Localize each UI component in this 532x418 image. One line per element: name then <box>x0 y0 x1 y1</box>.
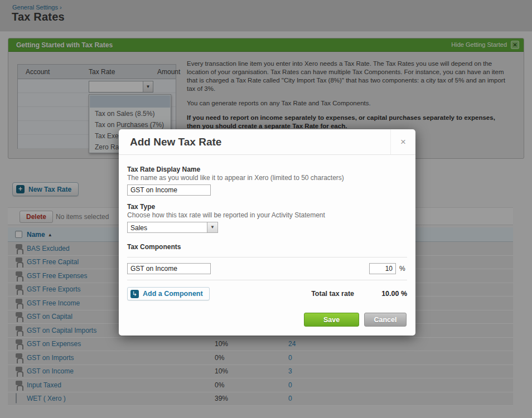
component-row: % <box>127 257 407 280</box>
component-rate-input[interactable] <box>369 263 396 274</box>
close-icon[interactable]: × <box>390 129 415 154</box>
display-name-input[interactable] <box>127 184 211 196</box>
add-component-button[interactable]: ↳ Add a Component <box>127 287 210 300</box>
modal-header: Add New Tax Rate × <box>119 129 415 155</box>
tax-type-label: Tax Type <box>127 203 407 211</box>
modal-body: Tax Rate Display Name The name as you wo… <box>119 155 415 336</box>
save-button[interactable]: Save <box>304 313 359 327</box>
component-name-input[interactable] <box>127 263 211 274</box>
modal-actions: Save Cancel <box>304 313 407 327</box>
page: General Settings › Tax Rates Getting Sta… <box>0 0 532 418</box>
display-name-label: Tax Rate Display Name <box>127 166 407 174</box>
tax-type-select[interactable]: Sales ▼ <box>127 222 218 233</box>
chevron-down-icon: ▼ <box>207 222 217 232</box>
component-total-row: ↳ Add a Component Total tax rate 10.00 % <box>127 287 407 300</box>
tax-type-value: Sales <box>128 222 207 232</box>
modal-title: Add New Tax Rate <box>130 136 221 148</box>
add-component-label: Add a Component <box>143 290 203 298</box>
add-component-icon: ↳ <box>130 290 139 298</box>
percent-sign: % <box>399 265 407 273</box>
display-name-helper: The name as you would like it to appear … <box>127 174 407 182</box>
total-tax-rate-value: 10.00 % <box>354 290 407 298</box>
cancel-button[interactable]: Cancel <box>364 313 407 327</box>
add-new-tax-rate-modal: Add New Tax Rate × Tax Rate Display Name… <box>119 129 415 336</box>
total-tax-rate-label: Total tax rate <box>311 290 354 298</box>
tax-type-helper: Choose how this tax rate will be reporte… <box>127 211 407 220</box>
tax-components-heading: Tax Components <box>127 243 407 251</box>
divider <box>127 280 407 280</box>
